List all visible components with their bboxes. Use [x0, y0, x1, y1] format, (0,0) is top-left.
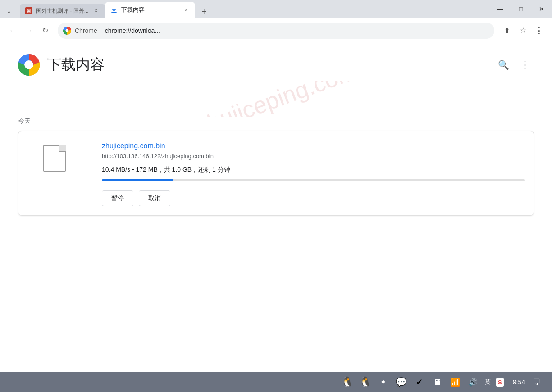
omnibox-chrome-label: Chrome	[75, 27, 97, 34]
inactive-tab-favicon: 国	[25, 7, 32, 14]
reload-icon: ↻	[42, 26, 48, 35]
taskbar-icon-wechat[interactable]: 💬	[395, 376, 407, 388]
bookmark-button[interactable]: ☆	[516, 23, 530, 38]
taskbar-icon-display[interactable]: 🖥	[431, 376, 443, 388]
inactive-tab-close[interactable]: ×	[92, 7, 100, 14]
inactive-tab-title: 国外主机测评 - 国外...	[36, 7, 89, 15]
omnibox-url: chrome://downloa...	[105, 27, 160, 34]
cancel-button[interactable]: 取消	[139, 190, 170, 206]
reload-button[interactable]: ↻	[38, 23, 52, 38]
forward-icon: →	[25, 27, 32, 35]
page-header-right: 🔍 ⋮	[494, 56, 534, 74]
download-url: http://103.136.146.122/zhujiceping.com.b…	[102, 153, 525, 160]
maximize-button[interactable]: □	[511, 0, 531, 18]
page-title: 下载内容	[47, 55, 105, 75]
download-card-divider	[91, 140, 91, 206]
omnibox-chrome-icon	[63, 27, 71, 35]
share-icon: ⬆	[504, 27, 510, 35]
taskbar-input-method[interactable]: 英	[485, 378, 491, 386]
file-icon	[43, 145, 66, 172]
download-filename[interactable]: zhujiceping.com.bin	[102, 142, 525, 150]
active-tab-favicon	[110, 6, 118, 14]
new-tab-button[interactable]: +	[197, 5, 211, 18]
active-tab-title: 下载内容	[121, 6, 179, 14]
taskbar-icon-figma[interactable]: ✦	[377, 376, 389, 388]
browser-toolbar: ← → ↻ Chrome chrome://downloa... ⬆ ☆	[0, 18, 552, 43]
download-icon-area	[18, 140, 91, 172]
search-icon: 🔍	[498, 59, 509, 70]
forward-button[interactable]: →	[22, 23, 36, 38]
back-icon: ←	[9, 27, 16, 35]
taskbar-icon-qq2[interactable]: 🐧	[359, 376, 371, 388]
download-card-content: zhujiceping.com.bin http://103.136.146.1…	[102, 140, 525, 206]
taskbar-icon-check[interactable]: ✔	[413, 376, 425, 388]
downloads-page: 下载内容 🔍 ⋮ zhujiceping.com 今天 zhujiceping.…	[0, 43, 552, 372]
minimize-button[interactable]: —	[490, 0, 511, 18]
omnibox-divider	[101, 27, 101, 34]
search-button[interactable]: 🔍	[494, 56, 512, 74]
svg-point-5	[25, 61, 33, 69]
taskbar-icon-qq1[interactable]: 🐧	[341, 376, 353, 388]
toolbar-actions: ⬆ ☆ ⋮	[500, 23, 547, 38]
progress-bar-container	[102, 179, 525, 181]
taskbar-icon-volume[interactable]: 🔊	[467, 376, 479, 388]
watermark: zhujiceping.com	[192, 81, 360, 117]
section-today-label: 今天	[18, 117, 534, 125]
watermark-container: zhujiceping.com	[18, 81, 534, 117]
address-bar[interactable]: Chrome chrome://downloa...	[58, 23, 494, 39]
taskbar-icon-sogou[interactable]: S	[496, 378, 504, 387]
tab-inactive[interactable]: 国 国外主机测评 - 国外... ×	[20, 4, 105, 18]
titlebar: ⌄ 国 国外主机测评 - 国外... × 下载内容 × + — □ ✕	[0, 0, 552, 18]
svg-point-2	[66, 29, 68, 32]
tab-list-button[interactable]: ⌄	[2, 4, 16, 18]
page-header-left: 下载内容	[18, 54, 105, 76]
active-tab-close[interactable]: ×	[182, 6, 190, 14]
bookmark-icon: ☆	[520, 26, 526, 35]
tab-active[interactable]: 下载内容 ×	[105, 2, 195, 18]
download-card: zhujiceping.com.bin http://103.136.146.1…	[18, 131, 534, 216]
download-status: 10.4 MB/s - 172 MB，共 1.0 GB，还剩 1 分钟	[102, 166, 525, 174]
taskbar-clock: 9:54	[513, 378, 525, 386]
window-controls: — □ ✕	[490, 0, 552, 18]
chrome-logo	[18, 54, 40, 76]
close-button[interactable]: ✕	[531, 0, 552, 18]
pause-button[interactable]: 暂停	[102, 190, 133, 206]
more-icon: ⋮	[535, 26, 544, 36]
page-header: 下载内容 🔍 ⋮	[18, 43, 534, 81]
taskbar-notifications[interactable]: 🗨	[530, 376, 543, 388]
taskbar-icon-wifi[interactable]: 📶	[449, 376, 461, 388]
progress-bar-fill	[102, 179, 173, 181]
share-button[interactable]: ⬆	[500, 23, 514, 38]
more-options-button[interactable]: ⋮	[516, 56, 534, 74]
download-actions: 暂停 取消	[102, 190, 525, 206]
more-options-icon: ⋮	[520, 59, 530, 71]
taskbar: 🐧 🐧 ✦ 💬 ✔ 🖥 📶 🔊 英 S 9:54 🗨	[0, 372, 552, 392]
back-button[interactable]: ←	[5, 23, 20, 38]
more-button[interactable]: ⋮	[532, 23, 547, 38]
